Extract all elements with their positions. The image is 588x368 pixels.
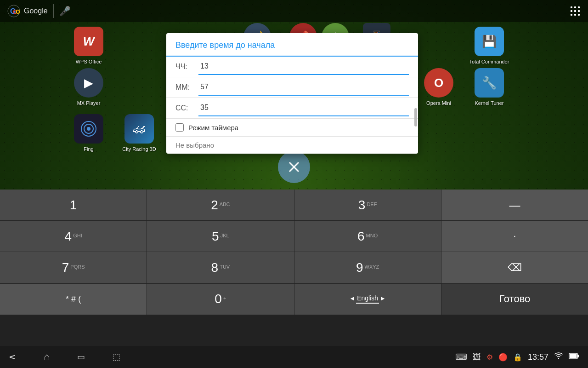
key-9-sub: WXYZ	[365, 264, 379, 270]
timer-label: Режим таймера	[188, 124, 238, 132]
desktop: G o o Google 🎤 W W	[0, 0, 588, 368]
microphone-icon[interactable]: 🎤	[59, 6, 71, 17]
key-2-sub: ABC	[220, 201, 230, 207]
key-5[interactable]: 5 JKL	[147, 221, 294, 252]
hours-label: ЧЧ:	[175, 63, 198, 71]
svg-point-15	[87, 127, 90, 131]
app-label-kernel: Kernel Tuner	[475, 100, 504, 106]
key-0[interactable]: 0 +	[147, 284, 294, 315]
key-symbols[interactable]: * # (	[0, 284, 147, 315]
key-7-sub: PQRS	[70, 264, 85, 270]
scrollbar[interactable]	[414, 108, 417, 126]
key-dot-label: ·	[514, 233, 515, 240]
recents-button[interactable]: ▭	[77, 352, 85, 362]
app-label-opera: Opera Mini	[426, 100, 451, 106]
close-circle-button[interactable]	[278, 151, 310, 183]
svg-rect-6	[578, 6, 580, 8]
key-9-label: 9	[356, 260, 363, 275]
hours-input[interactable]	[198, 58, 409, 75]
photo-icon: 🖼	[473, 352, 481, 362]
back-button[interactable]: ∨	[7, 354, 18, 361]
timer-mode-row: Режим таймера	[166, 119, 418, 137]
key-6-label: 6	[357, 229, 365, 244]
google-icon: G o o	[7, 5, 20, 17]
key-3-label: 3	[358, 198, 366, 213]
app-icon-total-commander[interactable]: 💾 Total Commander	[469, 27, 510, 64]
key-4[interactable]: 4 GHI	[0, 221, 147, 252]
clock: 13:57	[528, 352, 548, 362]
key-7-label: 7	[62, 260, 69, 275]
backspace-icon: ⌫	[508, 262, 522, 274]
nav-left-buttons: ∨ ⌂ ▭ ⬚	[9, 351, 120, 363]
key-5-label: 5	[212, 229, 219, 244]
app-icon-kernel[interactable]: 🔧 Kernel Tuner	[469, 68, 510, 106]
navigation-bar: ∨ ⌂ ▭ ⬚ ⌨ 🖼 ⚙ 🔴 🔒 13:57	[0, 346, 588, 368]
svg-rect-12	[578, 14, 580, 16]
time-dialog: Введите время до начала ЧЧ: ММ: СС: Режи…	[166, 33, 418, 154]
seconds-label: СС:	[175, 104, 198, 112]
key-dash[interactable]: —	[441, 190, 588, 220]
key-8-label: 8	[211, 260, 219, 275]
key-sym-label: * # (	[66, 294, 81, 304]
google-label: Google	[24, 7, 48, 15]
key-dash-label: —	[509, 199, 520, 212]
key-done[interactable]: Готово	[441, 284, 588, 315]
key-8[interactable]: 8 TUV	[147, 252, 294, 283]
seconds-input[interactable]	[198, 100, 409, 116]
svg-text:o: o	[16, 7, 20, 15]
app-label-mx: MX Player	[77, 100, 101, 106]
key-6[interactable]: 6 MNO	[294, 221, 441, 252]
svg-rect-19	[577, 355, 579, 357]
key-6-sub: MNO	[366, 233, 378, 238]
svg-rect-7	[571, 10, 572, 12]
app-icon-opera[interactable]: O Opera Mini	[418, 68, 459, 106]
svg-rect-5	[574, 6, 576, 8]
app-icon-mx[interactable]: ▶ MX Player	[68, 68, 109, 106]
key-2[interactable]: 2 ABC	[147, 190, 294, 220]
app-label-wps: WPS Office	[76, 59, 102, 64]
app-label-total-commander: Total Commander	[469, 59, 509, 64]
battery-icon	[569, 353, 579, 361]
minutes-input[interactable]	[198, 79, 409, 96]
key-2-label: 2	[211, 198, 218, 213]
home-button[interactable]: ⌂	[44, 351, 50, 363]
key-7[interactable]: 7 PQRS	[0, 252, 147, 283]
app-label-fing: Fing	[84, 146, 93, 152]
key-3[interactable]: 3 DEF	[294, 190, 441, 220]
app-icon-fing[interactable]: Fing	[68, 114, 109, 152]
google-search[interactable]: G o o Google	[7, 5, 48, 17]
notification-1-icon: ⚙	[486, 353, 493, 362]
not-selected-label: Не выбрано	[166, 137, 418, 154]
dialog-title: Введите время до начала	[166, 33, 418, 57]
key-8-sub: TUV	[220, 264, 230, 270]
key-4-sub: GHI	[73, 233, 82, 238]
svg-rect-20	[570, 354, 577, 358]
key-0-label: 0	[215, 292, 222, 306]
key-0-sub: +	[223, 295, 226, 301]
language-label: English	[357, 294, 378, 302]
status-bar: ⌨ 🖼 ⚙ 🔴 🔒 13:57	[455, 352, 579, 362]
app-icon-city-racing[interactable]: 🏎 City Racing 3D	[119, 114, 160, 152]
key-3-sub: DEF	[367, 201, 377, 207]
key-language[interactable]: ◄ English ►	[294, 284, 441, 315]
timer-checkbox[interactable]	[175, 123, 184, 132]
app-label-city-racing: City Racing 3D	[122, 146, 156, 152]
key-1[interactable]: 1	[0, 190, 147, 220]
notification-2-icon: 🔴	[498, 353, 508, 362]
language-text: ◄ English ►	[349, 294, 386, 302]
app-icon-wps[interactable]: W WPS Office	[68, 27, 109, 64]
key-dot[interactable]: ·	[441, 221, 588, 252]
apps-grid-icon[interactable]	[570, 6, 581, 19]
key-5-sub: JKL	[220, 233, 229, 238]
key-1-label: 1	[70, 198, 77, 213]
svg-rect-4	[571, 6, 572, 8]
key-4-label: 4	[65, 229, 72, 244]
key-backspace[interactable]: ⌫	[441, 252, 588, 283]
keyboard-icon: ⌨	[455, 352, 467, 362]
key-9[interactable]: 9 WXYZ	[294, 252, 441, 283]
notification-3-icon: 🔒	[513, 353, 522, 362]
top-bar: G o o Google 🎤	[0, 0, 588, 22]
numpad: 1 2 ABC 3 DEF — 4 GHI 5	[0, 190, 588, 346]
key-done-label: Готово	[499, 293, 530, 305]
screenshot-button[interactable]: ⬚	[113, 352, 120, 362]
